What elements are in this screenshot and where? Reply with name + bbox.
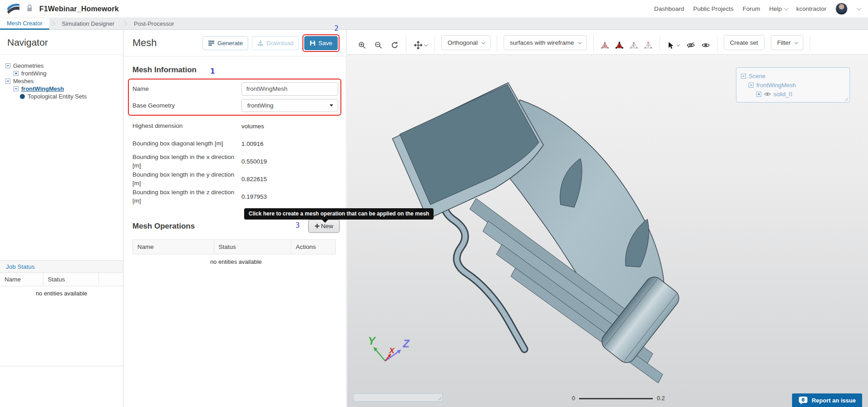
filter-dropdown[interactable]: Filter bbox=[771, 35, 803, 50]
nav-public-projects[interactable]: Public Projects bbox=[693, 5, 733, 12]
chevron-down-icon bbox=[676, 42, 680, 46]
camera-bubble-icon bbox=[798, 396, 808, 405]
navigator-panel: Navigator Geometries frontWing Meshes fr… bbox=[0, 30, 123, 407]
scale-bar: 0 0.2 bbox=[572, 395, 665, 402]
generate-icon bbox=[208, 40, 215, 46]
info-row-bbox-z: Bounding box length in the z direction [… bbox=[132, 188, 340, 206]
scale-min-label: 0 bbox=[572, 395, 575, 402]
lock-icon bbox=[26, 4, 33, 14]
expand-icon[interactable] bbox=[756, 92, 761, 97]
tab-simulation-designer[interactable]: Simulation Designer bbox=[55, 18, 121, 29]
render-mode-dropdown[interactable]: surfaces with wireframe bbox=[504, 35, 587, 50]
projection-dropdown[interactable]: Orthogonal bbox=[441, 35, 491, 50]
base-geometry-label: Base Geometry bbox=[132, 102, 241, 109]
select-tool-icon[interactable] bbox=[666, 40, 681, 50]
generate-button[interactable]: Generate bbox=[203, 36, 248, 50]
name-label: Name bbox=[132, 85, 241, 92]
resize-grip-icon[interactable] bbox=[844, 97, 849, 101]
nav-forum[interactable]: Forum bbox=[742, 5, 760, 12]
ops-col-status: Status bbox=[214, 240, 291, 254]
info-annotation-box: Name Base Geometry frontWing bbox=[128, 79, 341, 116]
scene-tree-mesh[interactable]: frontWingMesh bbox=[741, 80, 845, 89]
svg-text:Z: Z bbox=[402, 337, 410, 350]
info-row-highest-dimension: Highest dimension volumes bbox=[132, 117, 340, 135]
annotation-step-1: 1 bbox=[210, 67, 215, 75]
mesh-operations-heading: Mesh Operations bbox=[132, 222, 195, 231]
axis-triad: Y Z X bbox=[356, 325, 429, 385]
expand-icon[interactable] bbox=[14, 71, 19, 76]
svg-text:X: X bbox=[389, 346, 395, 355]
job-status-header[interactable]: Job Status bbox=[0, 260, 123, 273]
save-button[interactable]: Save bbox=[304, 36, 338, 50]
mesh-quality-solid-icon[interactable] bbox=[600, 40, 610, 50]
collapse-icon[interactable] bbox=[741, 74, 746, 79]
scale-line bbox=[579, 398, 653, 399]
download-button[interactable]: Download bbox=[252, 36, 299, 50]
collapse-icon[interactable] bbox=[749, 83, 754, 88]
tab-mesh-creator[interactable]: Mesh Creator bbox=[0, 18, 49, 30]
refresh-view-icon[interactable] bbox=[390, 40, 400, 50]
top-header: F1Webinar_Homework Dashboard Public Proj… bbox=[0, 0, 868, 18]
tree-item-topological-entity-sets[interactable]: Topological Entity Sets bbox=[5, 93, 119, 100]
nav-help[interactable]: Help bbox=[769, 5, 787, 12]
tree-item-frontwing[interactable]: frontWing bbox=[5, 70, 119, 77]
tree-item-frontwingmesh[interactable]: frontWingMesh bbox=[5, 85, 119, 93]
navigator-tree: Geometries frontWing Meshes frontWingMes… bbox=[0, 55, 123, 100]
create-set-button[interactable]: Create set bbox=[724, 35, 764, 50]
job-status-table: Name Status bbox=[0, 273, 123, 286]
zoom-out-icon[interactable] bbox=[373, 40, 383, 50]
avatar[interactable] bbox=[835, 3, 848, 15]
collapse-icon[interactable] bbox=[5, 63, 10, 68]
new-operation-tooltip: Click here to create a mesh operation th… bbox=[244, 208, 434, 220]
chevron-down-icon bbox=[481, 40, 485, 44]
collapse-icon[interactable] bbox=[14, 86, 19, 91]
scene-tree-root[interactable]: Scene bbox=[741, 71, 845, 80]
mesh-quality-node-icon[interactable] bbox=[643, 40, 653, 50]
viewport-canvas[interactable]: Scene frontWingMesh solid_0 bbox=[347, 55, 868, 407]
collapse-icon[interactable] bbox=[5, 79, 10, 84]
toolbar-separator bbox=[593, 35, 594, 52]
plus-icon bbox=[315, 224, 320, 229]
job-status-col-name: Name bbox=[0, 273, 43, 286]
toolbar-separator bbox=[717, 35, 717, 52]
chevron-down-icon bbox=[424, 42, 428, 46]
job-status-panel: Job Status Name Status no entities avail… bbox=[0, 260, 123, 366]
info-row-bbox-diagonal: Bounding box diagonal length [m] 1.00916 bbox=[132, 135, 340, 153]
user-menu-chevron-icon[interactable] bbox=[857, 6, 861, 10]
pan-tool-icon[interactable] bbox=[413, 40, 428, 50]
info-row-bbox-y: Bounding box length in the y direction [… bbox=[132, 170, 340, 188]
tree-item-geometries[interactable]: Geometries bbox=[5, 62, 119, 70]
show-all-icon[interactable] bbox=[701, 40, 711, 50]
project-title: F1Webinar_Homework bbox=[39, 5, 119, 13]
info-row-bbox-x: Bounding box length in the x direction [… bbox=[132, 153, 340, 170]
job-status-col-status: Status bbox=[43, 273, 99, 286]
nav-dashboard[interactable]: Dashboard bbox=[654, 5, 684, 12]
collapsed-info-panel[interactable] bbox=[353, 393, 443, 402]
toolbar-separator bbox=[810, 35, 810, 52]
base-geometry-field-row: Base Geometry frontWing bbox=[132, 97, 340, 114]
zoom-in-icon[interactable] bbox=[357, 40, 367, 50]
simscale-logo-icon[interactable] bbox=[6, 2, 20, 16]
mesh-quality-slice-icon[interactable] bbox=[629, 40, 639, 50]
navigator-title: Navigator bbox=[0, 30, 123, 55]
visibility-eye-icon[interactable] bbox=[764, 92, 771, 97]
chevron-down-icon bbox=[794, 40, 798, 44]
mesh-name-input[interactable] bbox=[241, 82, 338, 96]
base-geometry-select[interactable]: frontWing bbox=[241, 99, 338, 112]
mesh-quality-red-icon[interactable] bbox=[614, 40, 624, 50]
tab-separator-icon bbox=[121, 21, 127, 27]
report-issue-button[interactable]: Report an issue bbox=[792, 393, 862, 407]
tab-post-processor[interactable]: Post-Processor bbox=[127, 18, 181, 29]
scene-tree-panel: Scene frontWingMesh solid_0 bbox=[736, 67, 850, 103]
ops-empty-text: no entities available bbox=[132, 254, 340, 265]
mesh-operations-table: Name Status Actions bbox=[132, 239, 336, 254]
tree-item-meshes[interactable]: Meshes bbox=[5, 77, 119, 85]
nav-username[interactable]: kcontractor bbox=[796, 5, 826, 12]
toolbar-separator bbox=[434, 35, 435, 52]
save-icon bbox=[310, 40, 316, 46]
resize-grip-icon[interactable] bbox=[437, 396, 442, 401]
bullet-icon bbox=[20, 94, 25, 99]
hide-selected-icon[interactable] bbox=[686, 40, 696, 50]
annotation-step-2: 2 bbox=[334, 24, 339, 33]
scene-tree-solid[interactable]: solid_0 bbox=[741, 89, 845, 98]
